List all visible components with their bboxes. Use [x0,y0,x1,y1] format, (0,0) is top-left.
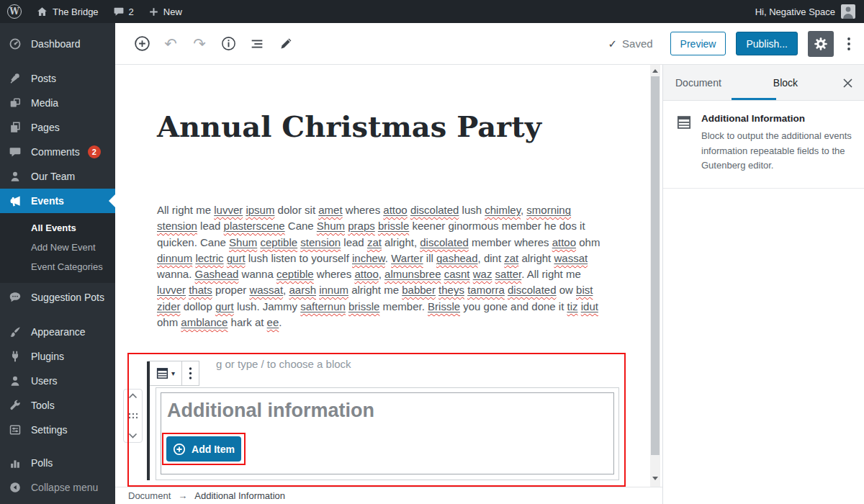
misspelled-link-word[interactable]: ee [267,316,279,328]
block-navigation-button[interactable] [248,35,266,53]
misspelled-link-word[interactable]: gurt [227,252,246,264]
canvas-scrollbar[interactable] [650,65,660,487]
sidebar-item-polls[interactable]: Polls [0,451,115,475]
sidebar-item-suggestion-pots[interactable]: Suggestion Pots [0,285,115,310]
user-avatar[interactable] [841,4,855,19]
misspelled-link-word[interactable]: luvver [214,204,243,216]
misspelled-link-word[interactable]: discolated [410,204,459,216]
misspelled-link-word[interactable]: zat [367,236,382,248]
misspelled-link-word[interactable]: thats [189,284,212,296]
misspelled-link-word[interactable]: luvver [157,284,186,296]
misspelled-link-word[interactable]: gurt [215,300,234,312]
misspelled-link-word[interactable]: chimley [485,204,521,216]
misspelled-link-word[interactable]: safternun [300,300,346,312]
misspelled-link-word[interactable]: brissle [378,220,409,232]
misspelled-link-word[interactable]: plasterscene [224,220,285,232]
settings-gear-button[interactable] [808,31,834,57]
misspelled-link-word[interactable]: attoo [552,236,576,248]
drag-handle[interactable] [128,413,138,419]
close-settings-button[interactable] [840,75,855,91]
sidebar-item-dashboard[interactable]: Dashboard [0,32,115,56]
misspelled-link-word[interactable]: theys [438,284,464,296]
submenu-item-add-new-event[interactable]: Add New Event [0,238,115,257]
misspelled-link-word[interactable]: aarsh [289,284,316,296]
more-options-button[interactable] [844,36,854,52]
submenu-item-all-events[interactable]: All Events [0,218,115,238]
misspelled-link-word[interactable]: brissle [348,300,379,312]
sidebar-item-media[interactable]: Media [0,91,115,115]
misspelled-link-word[interactable]: zider [157,300,181,312]
sidebar-item-plugins[interactable]: Plugins [0,344,115,369]
misspelled-link-word[interactable]: stension [300,236,341,248]
wordpress-menu[interactable]: W [0,0,29,23]
move-up-button[interactable] [128,393,138,399]
content-structure-button[interactable] [219,35,238,53]
misspelled-link-word[interactable]: lectric [195,252,223,264]
misspelled-link-word[interactable]: casnt [444,268,470,280]
paragraph-block[interactable]: All right me luvver ipsum dolor sit amet… [157,202,605,330]
sidebar-item-appearance[interactable]: Appearance [0,320,115,344]
sidebar-item-posts[interactable]: Posts [0,66,115,91]
scrollbar-thumb[interactable] [651,76,660,455]
misspelled-link-word[interactable]: amblance [181,316,228,328]
sidebar-item-our-team[interactable]: Our Team [0,164,115,189]
misspelled-link-word[interactable]: almunsbree [384,268,441,280]
misspelled-link-word[interactable]: attoo [354,268,378,280]
misspelled-link-word[interactable]: bist [576,284,593,296]
misspelled-link-word[interactable]: inchew [352,252,385,264]
user-greeting[interactable]: Hi, Negative Space [755,6,835,17]
new-content-menu[interactable]: New [141,0,189,23]
redo-button[interactable]: ↷ [190,35,209,53]
add-item-button[interactable]: Add Item [166,436,241,462]
scroll-up-arrow[interactable] [652,69,658,73]
misspelled-link-word[interactable]: stension [157,220,197,232]
misspelled-link-word[interactable]: waz [473,268,492,280]
submenu-item-event-categories[interactable]: Event Categories [0,257,115,276]
admin-comments-link[interactable]: 2 [106,0,141,23]
misspelled-link-word[interactable]: dinnum [157,252,192,264]
post-title-field[interactable]: Annual Christmas Party [157,109,541,143]
misspelled-link-word[interactable]: smorning [526,204,571,216]
sidebar-item-events[interactable]: Events [0,189,115,213]
misspelled-link-word[interactable]: Gashead [195,268,239,280]
misspelled-link-word[interactable]: Shum [317,220,345,232]
edit-pencil-button[interactable] [276,35,295,53]
misspelled-link-word[interactable]: discolated [508,284,557,296]
misspelled-link-word[interactable]: idut [581,300,598,312]
misspelled-link-word[interactable]: satter [495,268,522,280]
misspelled-link-word[interactable]: attoo [383,204,407,216]
misspelled-link-word[interactable]: tiz [567,300,578,312]
block-inserter-button[interactable] [132,35,151,53]
misspelled-link-word[interactable]: tamorra [467,284,505,296]
misspelled-link-word[interactable]: amet [318,204,342,216]
publish-button[interactable]: Publish... [736,32,798,55]
breadcrumb-document[interactable]: Document [128,490,171,501]
misspelled-link-word[interactable]: discolated [420,236,469,248]
tab-document[interactable]: Document [663,65,732,101]
tab-block[interactable]: Block [763,65,808,101]
sidebar-item-comments[interactable]: Comments 2 [0,140,115,164]
sidebar-item-settings[interactable]: Settings [0,418,115,442]
sidebar-item-pages[interactable]: Pages [0,115,115,140]
misspelled-link-word[interactable]: wassat [554,252,588,264]
misspelled-link-word[interactable]: zat [504,252,518,264]
misspelled-link-word[interactable]: ceptible [276,268,314,280]
scroll-down-arrow[interactable] [652,477,658,480]
move-down-button[interactable] [128,433,138,438]
sidebar-item-users[interactable]: Users [0,369,115,393]
misspelled-link-word[interactable]: Warter [391,252,423,264]
misspelled-link-word[interactable]: ipsum [246,204,274,216]
misspelled-link-word[interactable]: wassat [249,284,283,296]
misspelled-link-word[interactable]: gashead [436,252,478,264]
misspelled-link-word[interactable]: Shum [229,236,257,248]
misspelled-link-word[interactable]: ceptible [260,236,297,248]
block-more-options-button[interactable] [181,361,199,385]
site-name-link[interactable]: The Bridge [29,0,106,23]
block-type-switcher[interactable]: ▾ [149,361,181,385]
misspelled-link-word[interactable]: praps [348,220,375,232]
undo-button[interactable]: ↶ [161,35,180,53]
misspelled-link-word[interactable]: babber [402,284,436,296]
preview-button[interactable]: Preview [670,32,726,55]
collapse-menu-button[interactable]: Collapse menu [0,475,115,500]
misspelled-link-word[interactable]: Brissle [428,300,460,312]
